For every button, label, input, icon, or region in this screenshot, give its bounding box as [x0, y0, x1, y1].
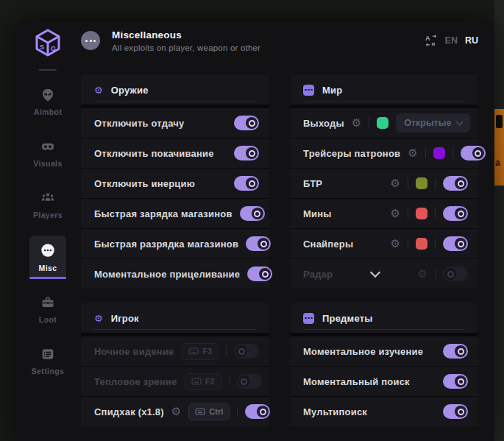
- sidebar-item-label: Players: [33, 211, 63, 219]
- gear-icon[interactable]: ⚙: [171, 406, 181, 417]
- svg-text:S: S: [40, 43, 44, 51]
- toggle-knob: [252, 208, 263, 219]
- divider: [435, 269, 436, 279]
- sidebar-item-label: Misc: [39, 264, 57, 272]
- sidebar-item-label: Visuals: [33, 159, 62, 168]
- feature-label: Быстрая зарядка магазинов: [94, 208, 233, 219]
- color-swatch[interactable]: [416, 177, 427, 189]
- svg-text:G: G: [51, 45, 56, 52]
- feature-label: Ночное видение: [94, 346, 174, 357]
- sidebar-item-settings[interactable]: Settings: [29, 340, 66, 381]
- toggle-switch[interactable]: [245, 404, 270, 419]
- feature-row: БТР⚙: [290, 169, 478, 198]
- toggle-knob: [472, 147, 484, 159]
- game-background-fragment: a: [494, 109, 504, 186]
- color-swatch[interactable]: [433, 147, 445, 159]
- section-title: Предметы: [322, 313, 373, 324]
- feature-row: Мины⚙: [290, 199, 478, 228]
- translate-icon: A я: [425, 34, 438, 47]
- feature-label: Мины: [303, 208, 383, 219]
- toggle-switch[interactable]: [443, 236, 468, 251]
- ellipsis-icon: [40, 242, 56, 258]
- toggle-switch[interactable]: [240, 206, 265, 221]
- toggle-switch[interactable]: [237, 374, 262, 389]
- toggle-switch[interactable]: [234, 344, 259, 359]
- sidebar-divider: [39, 69, 57, 71]
- toggle-switch[interactable]: [443, 404, 468, 419]
- feature-row: Снайперы⚙: [290, 229, 478, 258]
- lang-ru-button[interactable]: RU: [465, 35, 478, 46]
- feature-row: Отключить отдачу: [81, 108, 269, 138]
- toggle-switch[interactable]: [234, 146, 259, 160]
- divider: [369, 118, 369, 128]
- sidebar-item-misc[interactable]: Misc: [29, 236, 66, 278]
- chevron-slot: [340, 272, 410, 276]
- feature-label: Снайперы: [303, 239, 383, 250]
- gear-icon[interactable]: ⚙: [352, 118, 361, 129]
- section-header: ⚙Игрок: [81, 303, 269, 333]
- toggle-switch[interactable]: [246, 236, 271, 251]
- section-rows: Отключить отдачуОтключить покачиваниеОтк…: [81, 108, 269, 289]
- hotkey-badge: Ctrl: [188, 403, 230, 420]
- feature-label: Моментальное прицеливание: [94, 269, 240, 280]
- dots-icon: [303, 85, 314, 96]
- row-controls: ⚙: [408, 146, 485, 160]
- section-rows: Выходы⚙ОткрытыеТрейсеры патронов⚙БТР⚙Мин…: [290, 108, 478, 289]
- feature-label: Мультипоиск: [303, 406, 436, 417]
- sidebar-item-players[interactable]: Players: [29, 184, 66, 225]
- row-controls: [443, 374, 468, 389]
- toggle-switch[interactable]: [443, 176, 468, 191]
- toggle-switch[interactable]: [234, 116, 259, 130]
- toggle-knob: [455, 345, 466, 357]
- feature-label: Выходы: [303, 118, 344, 129]
- users-icon: [40, 191, 55, 205]
- gear-icon[interactable]: ⚙: [391, 178, 400, 189]
- feature-label: Спидхак (x1.8): [94, 406, 164, 417]
- sidebar-item-label: Loot: [39, 315, 57, 324]
- color-swatch[interactable]: [416, 208, 427, 219]
- toggle-knob: [235, 345, 247, 357]
- feature-row: Спидхак (x1.8)⚙Ctrl: [81, 397, 269, 426]
- sidebar-item-aimbot[interactable]: Aimbot: [29, 81, 66, 122]
- section-title: Мир: [322, 85, 342, 96]
- feature-label: Радар: [303, 269, 333, 280]
- gear-icon[interactable]: ⚙: [391, 208, 400, 219]
- toggle-switch[interactable]: [443, 374, 468, 389]
- feature-label: Быстрая разрядка магазинов: [94, 239, 238, 250]
- state-dropdown[interactable]: Открытые: [396, 113, 470, 133]
- toggle-switch[interactable]: [234, 176, 259, 191]
- row-controls: ⚙Открытые: [352, 113, 471, 133]
- app-logo-icon: S G: [33, 28, 63, 57]
- toggle-knob: [455, 406, 466, 417]
- feature-row: Моментальное изучение: [290, 336, 478, 366]
- row-controls: ⚙: [418, 267, 468, 281]
- toggle-switch[interactable]: [443, 267, 468, 281]
- main-area: Miscellaneous All exploits on player, we…: [81, 22, 494, 441]
- color-swatch[interactable]: [377, 117, 388, 129]
- row-controls: F3: [182, 343, 259, 360]
- toggle-switch[interactable]: [443, 344, 468, 359]
- gear-icon[interactable]: ⚙: [418, 269, 427, 280]
- feature-label: Тепловое зрение: [94, 376, 177, 387]
- gear-icon[interactable]: ⚙: [391, 239, 400, 250]
- toggle-switch[interactable]: [461, 146, 486, 160]
- section-Оружие: ⚙ОружиеОтключить отдачуОтключить покачив…: [81, 75, 269, 289]
- section-rows: Моментальное изучениеМоментальный поискМ…: [290, 336, 478, 426]
- divider: [435, 178, 436, 188]
- color-swatch[interactable]: [416, 238, 427, 250]
- briefcase-icon: [40, 295, 55, 310]
- sidebar-item-loot[interactable]: Loot: [29, 289, 66, 330]
- section-Предметы: ПредметыМоментальное изучениеМоментальны…: [290, 303, 478, 426]
- sidebar-item-visuals[interactable]: Visuals: [29, 133, 66, 174]
- feature-row: Радар⚙: [290, 259, 478, 289]
- toggle-switch[interactable]: [247, 267, 272, 281]
- column-right: МирВыходы⚙ОткрытыеТрейсеры патронов⚙БТР⚙…: [290, 75, 478, 426]
- chevron-down-icon[interactable]: [370, 267, 380, 278]
- toggle-switch[interactable]: [443, 206, 468, 221]
- feature-label: Моментальное изучение: [303, 346, 436, 357]
- toggle-knob: [455, 208, 466, 219]
- row-controls: [246, 236, 271, 251]
- lang-en-button[interactable]: EN: [445, 35, 458, 46]
- divider: [237, 406, 238, 417]
- gear-icon[interactable]: ⚙: [408, 148, 417, 159]
